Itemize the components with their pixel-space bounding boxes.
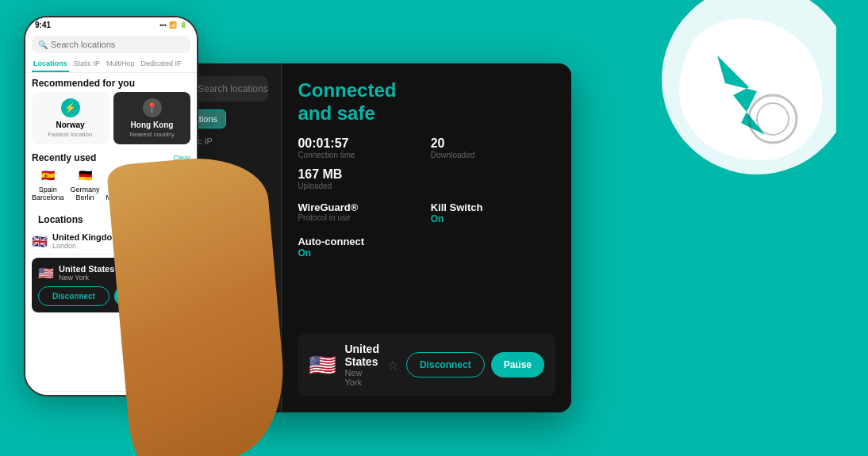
tablet-location-flag: 🇺🇸 — [309, 352, 336, 378]
tablet-protocol-item: WireGuard® Protocol in use — [298, 201, 422, 224]
phone-recent-germany-flag: 🇩🇪 — [76, 167, 94, 184]
tablet-rec-pin-icon: 📍 — [237, 246, 259, 268]
tablet-stat-connection-time: 00:01:57 Connection time — [298, 136, 422, 159]
phone-tab-dedicated[interactable]: Dedicated IF — [140, 56, 183, 72]
phone-recent-germany-name: Germany — [71, 186, 100, 194]
tablet-location-card: 🇺🇸 United States New York ☆ Disconnect P… — [298, 333, 555, 397]
phone-action-buttons: Disconnect Pause — [38, 282, 184, 306]
tablet-location-star[interactable]: ☆ — [387, 358, 398, 373]
phone-frame: 9:41 ▪▪▪ 📶 🔋 🔍 Locations Static IP Multi… — [24, 16, 198, 397]
phone-location-uk-sub: London — [52, 242, 182, 250]
helmet-decoration — [614, 0, 836, 214]
tablet-rec-card-hongkong[interactable]: 📍 Hong Kong Nearest country — [229, 236, 273, 324]
phone-rec-lightning-icon: ⚡ — [61, 98, 80, 117]
phone-rec-pin-icon: 📍 — [143, 98, 162, 117]
tablet-uploaded-label: Uploaded — [298, 182, 422, 190]
tablet-stats-grid: 00:01:57 Connection time 20 Downloaded 1… — [298, 136, 555, 190]
phone-rec-card-norway[interactable]: ⚡ Norway Fastest location — [32, 92, 109, 144]
tablet-mockup: 🔍 Locations Static IP MultiHop Dedicated… — [159, 63, 571, 412]
phone-status-icons: ▪▪▪ 📶 🔋 — [159, 21, 187, 29]
tablet-autoconnect: Auto-connect On — [298, 236, 555, 259]
phone-location-uk-name: United Kingdom — [52, 232, 182, 242]
phone-tabs: Locations Static IP MultiHop Dedicated I… — [25, 56, 197, 73]
phone-recently-header: Recently used Clear — [25, 149, 197, 167]
phone-wifi-icon: 📶 — [169, 21, 177, 29]
tablet-recent-au-name: Australia — [231, 377, 268, 387]
phone-recommended-cards: ⚡ Norway Fastest location 📍 Hong Kong Ne… — [25, 92, 197, 149]
tablet-downloaded-value: 20 — [431, 136, 555, 151]
phone-content: 🔍 Locations Static IP MultiHop Dedicated… — [25, 33, 197, 391]
phone-recent-australia-name: Australia — [106, 186, 140, 194]
phone-location-us-sub: New York — [59, 274, 175, 282]
tablet-killswitch-status: On — [431, 213, 555, 224]
tablet-autoconnect-status: On — [298, 247, 555, 259]
tablet-connected-title: Connected and safe — [298, 79, 555, 125]
phone-recent-australia-flag: 🇦🇺 — [114, 167, 132, 184]
phone-search-input[interactable] — [51, 40, 184, 49]
phone-location-uk-flag: 🇬🇧 — [32, 234, 48, 249]
tablet-pause-button[interactable]: Pause — [491, 352, 544, 377]
phone-rec-hk-name: Hong Kong — [118, 121, 186, 129]
phone-location-us-flag: 🇺🇸 — [38, 266, 54, 281]
phone-pause-button[interactable]: Pause — [114, 286, 184, 306]
phone-status-bar: 9:41 ▪▪▪ 📶 🔋 — [25, 17, 197, 33]
tablet-disconnect-button[interactable]: Disconnect — [406, 352, 485, 377]
phone-recommended-title: Recommended for you — [25, 73, 197, 92]
phone-location-us-row: 🇺🇸 United States New York ☆ — [38, 264, 184, 282]
phone-recent-spain-name: Spain — [32, 186, 64, 194]
tablet-autoconnect-name: Auto-connect — [298, 236, 555, 247]
tablet-protocol-row: WireGuard® Protocol in use Kill Switch O… — [298, 201, 555, 224]
phone-rec-norway-sub: Fastest location — [36, 131, 104, 138]
phone-rec-card-hk[interactable]: 📍 Hong Kong Nearest country — [113, 92, 190, 144]
phone-bottom-nav: 🛡 VPN 🛡 One ⚙ Settings — [25, 391, 197, 397]
tablet-location-name: United States — [344, 343, 379, 368]
tablet-stat-uploaded: 167 MB Uploaded — [298, 167, 422, 190]
tablet-search-input[interactable] — [198, 83, 282, 94]
phone-location-us-star[interactable]: ☆ — [175, 267, 184, 278]
phone-locations-title: Locations — [32, 209, 190, 228]
phone-tab-static-ip[interactable]: Static IP — [72, 56, 102, 72]
phone-recently-items: 🇪🇸 Spain Barcelona 🇩🇪 Germany Berlin 🇦🇺 … — [25, 167, 197, 206]
tablet-connected-panel: Connected and safe 00:01:57 Connection t… — [282, 63, 571, 412]
tablet-recent-au-flag: 🇦🇺 — [231, 352, 268, 374]
phone-rec-hk-sub: Nearest country — [118, 131, 186, 138]
phone-locations-section: Locations 🇬🇧 United Kingdom London ☆ 🇺🇸 — [25, 206, 197, 312]
phone-time: 9:41 — [35, 21, 51, 29]
tablet-downloaded-label: Downloaded — [431, 151, 555, 159]
tablet-uploaded-value: 167 MB — [298, 167, 422, 182]
phone-disconnect-button[interactable]: Disconnect — [38, 286, 109, 306]
phone-recent-germany-sub: Berlin — [71, 194, 100, 201]
tablet-action-buttons: Disconnect Pause — [406, 352, 544, 377]
phone-recent-spain-sub: Barcelona — [32, 194, 64, 201]
tablet-rec-hk-name: Hong Kong — [237, 273, 265, 295]
tablet-connection-time-label: Connection time — [298, 151, 422, 159]
tablet-clear-btn[interactable]: Clear list — [237, 336, 268, 345]
phone-location-uk-star[interactable]: ☆ — [182, 236, 190, 247]
phone-tab-multihop[interactable]: MultiHop — [105, 56, 136, 72]
phone-recent-spain-flag: 🇪🇸 — [39, 167, 56, 184]
tablet-protocol-name: WireGuard® — [298, 201, 422, 213]
tablet-recent-item-au[interactable]: 🇦🇺 Australia Melbourne — [231, 352, 268, 404]
tablet-killswitch-name: Kill Switch — [431, 201, 555, 213]
phone-recent-spain[interactable]: 🇪🇸 Spain Barcelona — [32, 167, 64, 201]
phone-search-icon: 🔍 — [38, 40, 48, 49]
phone-location-us-name: United States — [59, 264, 175, 274]
phone-battery-icon: 🔋 — [179, 21, 187, 29]
phone-location-uk[interactable]: 🇬🇧 United Kingdom London ☆ — [32, 228, 190, 255]
tablet-location-info: United States New York — [344, 343, 379, 387]
phone-clear-btn[interactable]: Clear — [173, 154, 190, 162]
tablet-connection-time-value: 00:01:57 — [298, 136, 422, 151]
tablet-rec-hk-sub: Nearest country — [237, 297, 265, 314]
phone-location-us-selected[interactable]: 🇺🇸 United States New York ☆ Disconnect P… — [32, 258, 190, 312]
phone-mockup: 9:41 ▪▪▪ 📶 🔋 🔍 Locations Static IP Multi… — [24, 16, 198, 436]
tablet-killswitch-item: Kill Switch On — [431, 201, 555, 224]
phone-recent-germany[interactable]: 🇩🇪 Germany Berlin — [71, 167, 100, 201]
tablet-location-sub: New York — [344, 368, 379, 387]
phone-signal-icon: ▪▪▪ — [159, 21, 167, 29]
tablet-recent-au-sub: Melbourne — [231, 387, 268, 395]
phone-tab-locations[interactable]: Locations — [32, 56, 69, 72]
tablet-protocol-label: Protocol in use — [298, 213, 422, 222]
phone-recent-australia[interactable]: 🇦🇺 Australia Melbourne — [106, 167, 140, 201]
phone-search-bar[interactable]: 🔍 — [32, 36, 190, 53]
tablet-stat-downloaded: 20 Downloaded — [431, 136, 555, 159]
